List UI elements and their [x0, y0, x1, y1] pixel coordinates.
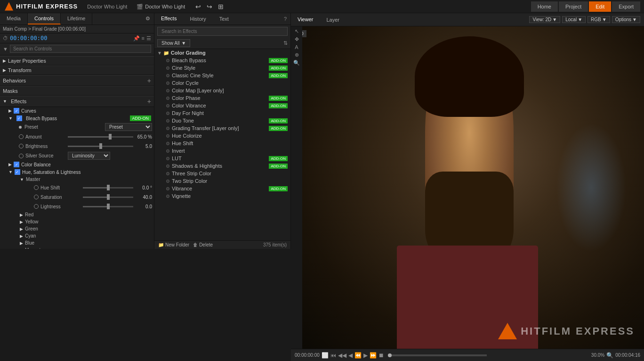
sort-icon[interactable]: ⇅	[283, 40, 288, 46]
addon-badge[interactable]: ADD-ON	[269, 126, 288, 131]
list-icon[interactable]: ≡	[142, 35, 145, 41]
addon-badge[interactable]: ADD-ON	[269, 164, 288, 169]
edit-btn[interactable]: Edit	[589, 1, 611, 12]
effects-item-day-for-night[interactable]: ⚙ Day For Night	[154, 109, 290, 117]
fit-icon[interactable]: ⬜	[322, 352, 329, 359]
effects-item-color-vibrance[interactable]: ⚙ Color Vibrance ADD-ON	[154, 102, 290, 109]
brightness-slider[interactable]	[68, 146, 133, 147]
cyan-header[interactable]: ▶ Cyan	[17, 232, 154, 239]
effects-item-vibrance[interactable]: ⚙ Vibrance ADD-ON	[154, 185, 290, 192]
pin-icon[interactable]: 📌	[133, 35, 140, 41]
effects-item-lut[interactable]: ⚙ LUT ADD-ON	[154, 155, 290, 162]
delete-btn[interactable]: 🗑 Delete	[193, 242, 213, 247]
controls-search[interactable]	[10, 45, 151, 53]
local-btn[interactable]: Local ▼	[562, 16, 586, 23]
amount-slider[interactable]	[68, 136, 133, 138]
undo-button[interactable]: ↩	[193, 2, 203, 11]
forward-icon[interactable]: ⏩	[370, 352, 377, 359]
effects-item-shadows-highlights[interactable]: ⚙ Shadows & Highlights ADD-ON	[154, 162, 290, 170]
addon-badge[interactable]: ADD-ON	[269, 96, 288, 101]
prev-icon[interactable]: ◀	[348, 352, 353, 359]
tab-viewer[interactable]: Viewer	[291, 14, 320, 25]
crop-tool[interactable]: A	[295, 44, 298, 50]
add-effect-btn[interactable]: +	[147, 98, 151, 105]
select-tool[interactable]: ↖	[295, 28, 299, 34]
addon-badge[interactable]: ADD-ON	[269, 66, 288, 71]
show-all-btn[interactable]: Show All ▼	[157, 39, 190, 47]
section-effects[interactable]: ▼ Effects +	[0, 96, 154, 107]
addon-badge[interactable]: ADD-ON	[269, 103, 288, 108]
curves-header[interactable]: ▶ ✓ Curves	[6, 107, 154, 115]
zoom-tool[interactable]: 🔍	[293, 60, 300, 66]
effects-item-hue-colorize[interactable]: ⚙ Hue Colorize	[154, 132, 290, 139]
light-slider[interactable]	[83, 206, 133, 207]
move-tool[interactable]: ⊕	[295, 52, 299, 58]
effects-item-cine-style[interactable]: ⚙ Cine Style ADD-ON	[154, 64, 290, 72]
effects-search-input[interactable]	[157, 27, 288, 36]
effects-item-color-map[interactable]: ⚙ Color Map [Layer only]	[154, 87, 290, 94]
home-btn[interactable]: Home	[531, 1, 558, 12]
green-header[interactable]: ▶ Green	[17, 225, 154, 232]
zoom-icon[interactable]: 🔍	[606, 352, 613, 359]
section-layer-properties[interactable]: ▶ Layer Properties	[0, 56, 154, 66]
back-icon[interactable]: ◀◀	[338, 352, 346, 359]
addon-badge[interactable]: ADD-ON	[269, 118, 288, 123]
transform-tool[interactable]: ✥	[295, 36, 299, 42]
tab-text[interactable]: Text	[213, 14, 235, 24]
view-2d-btn[interactable]: View: 2D ▼	[529, 16, 560, 23]
preset-dropdown[interactable]: Preset	[105, 123, 152, 131]
project-btn[interactable]: Project	[559, 1, 588, 12]
effects-item-grading-transfer[interactable]: ⚙ Grading Transfer [Layer only] ADD-ON	[154, 124, 290, 132]
menu-file[interactable]: Doctor Who Light	[82, 0, 132, 13]
add-behavior-btn[interactable]: +	[147, 77, 151, 84]
effects-category-color-grading[interactable]: ▼ 📁 Color Grading	[154, 49, 290, 57]
section-transform[interactable]: ▶ Transform	[0, 66, 154, 75]
playback-progress[interactable]	[388, 354, 487, 356]
cb-check[interactable]: ✓	[14, 162, 19, 167]
bleach-check[interactable]: ✓	[16, 115, 22, 121]
panel-settings-icon[interactable]: ⚙	[142, 13, 154, 25]
redo-button[interactable]: ↪	[205, 2, 214, 11]
curves-check[interactable]: ✓	[14, 108, 19, 114]
effects-item-classic-cine[interactable]: ⚙ Classic Cine Style ADD-ON	[154, 72, 290, 79]
hue-slider[interactable]	[83, 187, 133, 189]
effects-item-color-phase[interactable]: ⚙ Color Phase ADD-ON	[154, 94, 290, 102]
tab-lifetime[interactable]: Lifetime	[61, 13, 93, 25]
sat-slider[interactable]	[83, 197, 133, 198]
rewind-icon[interactable]: ⏪	[354, 352, 362, 359]
tab-controls[interactable]: Controls	[28, 13, 61, 25]
red-header[interactable]: ▶ Red	[17, 211, 154, 218]
effects-item-duo-tone[interactable]: ⚙ Duo Tone ADD-ON	[154, 117, 290, 124]
tab-layer[interactable]: Layer	[320, 15, 346, 25]
effects-item-three-strip[interactable]: ⚙ Three Strip Color	[154, 170, 290, 177]
addon-badge[interactable]: ADD-ON	[269, 156, 288, 161]
hsl-header[interactable]: ▼ ✓ Hue, Saturation & Lightness	[6, 168, 154, 176]
prev-frame-icon[interactable]: ⏮	[330, 352, 336, 359]
bleach-bypass-header[interactable]: ▼ ✓ Bleach Bypass ADD-ON	[6, 115, 154, 122]
addon-badge[interactable]: ADD-ON	[269, 58, 288, 63]
effects-item-two-strip[interactable]: ⚙ Two Strip Color	[154, 177, 290, 185]
tab-effects[interactable]: Effects	[154, 13, 183, 25]
silver-dropdown[interactable]: Luminosity	[68, 152, 110, 160]
section-masks[interactable]: Masks	[0, 86, 154, 96]
blue-header[interactable]: ▶ Blue	[17, 239, 154, 246]
hsl-check[interactable]: ✓	[15, 169, 20, 175]
effects-item-vignette[interactable]: ⚙ Vignette	[154, 192, 290, 200]
section-behaviors[interactable]: Behaviors +	[0, 75, 154, 86]
rgb-btn[interactable]: RGB ▼	[588, 16, 610, 23]
export-btn[interactable]: Export	[612, 1, 640, 12]
color-balance-header[interactable]: ▶ ✓ Color Balance	[6, 161, 154, 168]
options-btn[interactable]: Options ▼	[612, 16, 640, 23]
tab-media[interactable]: Media	[0, 13, 28, 25]
effects-item-color-cycle[interactable]: ⚙ Color Cycle	[154, 79, 290, 87]
effects-item-hue-shift[interactable]: ⚙ Hue Shift	[154, 139, 290, 147]
play-icon[interactable]: ▶	[363, 352, 368, 359]
magenta-header[interactable]: ▶ Magenta	[17, 246, 154, 249]
list2-icon[interactable]: ☰	[146, 35, 151, 41]
new-folder-btn[interactable]: 📁 New Folder	[158, 242, 189, 247]
addon-badge[interactable]: ADD-ON	[269, 186, 288, 191]
yellow-header[interactable]: ▶ Yellow	[17, 218, 154, 225]
effects-item-invert[interactable]: ⚙ Invert	[154, 147, 290, 155]
bleach-addon-btn[interactable]: ADD-ON	[130, 115, 152, 121]
master-header[interactable]: ▼ Master	[17, 176, 154, 183]
